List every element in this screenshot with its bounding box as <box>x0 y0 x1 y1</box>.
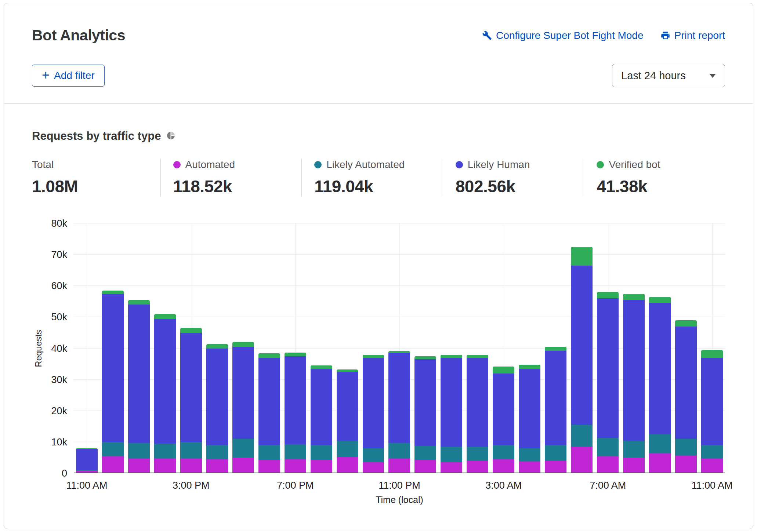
bar-segment-automated <box>180 458 202 473</box>
bar-segment-verified-bot <box>285 353 306 356</box>
bar-segment-verified-bot <box>701 350 723 358</box>
bar-segment-likely-human <box>519 369 540 448</box>
time-range-dropdown[interactable]: Last 24 hours <box>612 64 725 87</box>
bar-segment-likely-automated <box>649 434 671 453</box>
stacked-bar[interactable] <box>154 314 176 473</box>
bar-segment-automated <box>102 456 124 473</box>
bar-segment-likely-automated <box>441 447 462 463</box>
print-report-link[interactable]: Print report <box>660 30 725 41</box>
bar-segment-likely-automated <box>154 444 176 458</box>
stacked-bar[interactable] <box>102 291 124 473</box>
bar-segment-automated <box>414 460 436 473</box>
y-tick-label: 20k <box>51 405 67 416</box>
bar-segment-automated <box>311 460 332 473</box>
bar-segment-likely-human <box>128 305 150 442</box>
stacked-bar[interactable] <box>597 292 619 473</box>
stacked-bar[interactable] <box>649 297 671 473</box>
stacked-bar[interactable] <box>467 355 488 473</box>
bar-segment-likely-human <box>102 294 124 442</box>
stacked-bar[interactable] <box>571 247 593 473</box>
stat-label: Likely Human <box>468 159 530 171</box>
bar-segment-likely-automated <box>414 446 436 460</box>
stat-likely-human[interactable]: Likely Human802.56k <box>443 159 584 196</box>
wrench-icon <box>482 30 492 40</box>
stat-label: Automated <box>185 159 235 171</box>
y-axis-ticks: 010k20k30k40k50k60k70k80k <box>45 223 74 473</box>
bar-segment-verified-bot <box>467 355 488 358</box>
stacked-bar[interactable] <box>493 367 514 473</box>
configure-super-bot-fight-mode-link[interactable]: Configure Super Bot Fight Mode <box>482 30 644 41</box>
bar-segment-automated <box>154 458 176 473</box>
bar-slot <box>178 223 204 473</box>
bar-segment-automated <box>649 453 671 473</box>
y-tick-label: 0 <box>62 468 67 479</box>
bar-segment-likely-human <box>545 351 566 445</box>
y-tick-label: 50k <box>51 311 67 323</box>
bar-segment-automated <box>388 458 410 473</box>
bar-segment-verified-bot <box>102 291 124 294</box>
section-title: Requests by traffic type <box>32 130 161 143</box>
bar-segment-verified-bot <box>232 342 254 347</box>
stacked-bar[interactable] <box>311 365 332 473</box>
stacked-bar[interactable] <box>232 342 254 473</box>
stat-likely-automated[interactable]: Likely Automated119.04k <box>301 159 443 196</box>
bar-segment-likely-human <box>363 358 384 448</box>
bar-slot <box>386 223 412 473</box>
stacked-bar[interactable] <box>258 353 280 473</box>
bar-segment-automated <box>493 459 514 473</box>
bar-segment-likely-human <box>337 372 358 440</box>
legend-dot <box>597 161 604 168</box>
bar-segment-likely-automated <box>519 448 540 462</box>
stacked-bar[interactable] <box>441 355 462 473</box>
bar-segment-likely-automated <box>467 447 488 461</box>
page-title: Bot Analytics <box>32 27 125 44</box>
configure-link-label: Configure Super Bot Fight Mode <box>496 30 644 41</box>
bar-segment-verified-bot <box>441 355 462 358</box>
header-divider <box>4 103 753 104</box>
bar-segment-likely-human <box>206 349 228 445</box>
stacked-bar[interactable] <box>675 320 697 473</box>
stacked-bar[interactable] <box>701 350 723 473</box>
stat-automated[interactable]: Automated118.52k <box>160 159 302 196</box>
bar-segment-likely-human <box>675 327 697 439</box>
bar-segment-automated <box>232 458 254 473</box>
bar-segment-verified-bot <box>545 347 566 351</box>
header-section: Bot Analytics Configure Super Bot Fight … <box>4 3 753 103</box>
y-tick-label: 30k <box>51 374 67 385</box>
add-filter-button[interactable]: + Add filter <box>32 65 105 87</box>
stat-value: 1.08M <box>32 176 155 196</box>
stacked-bar[interactable] <box>545 347 566 473</box>
bar-segment-likely-human <box>285 356 306 444</box>
stacked-bar[interactable] <box>76 448 98 473</box>
bar-slot <box>230 223 256 473</box>
bar-segment-likely-automated <box>337 441 358 457</box>
stacked-bar[interactable] <box>337 369 358 473</box>
stacked-bar[interactable] <box>519 365 540 473</box>
bar-segment-likely-automated <box>597 438 619 456</box>
bar-segment-likely-automated <box>232 439 254 458</box>
x-axis-title: Time (local) <box>74 495 725 505</box>
stacked-bar[interactable] <box>388 351 410 473</box>
stacked-bar[interactable] <box>414 356 436 473</box>
bar-segment-automated <box>206 459 228 473</box>
stat-value: 118.52k <box>173 176 296 196</box>
stacked-bar[interactable] <box>363 355 384 473</box>
stat-verified-bot[interactable]: Verified bot41.38k <box>584 159 725 196</box>
bar-slot <box>438 223 464 473</box>
header-links: Configure Super Bot Fight Mode Print rep… <box>482 30 725 41</box>
bar-slot <box>569 223 595 473</box>
requests-chart: Requests 010k20k30k40k50k60k70k80k 11:00… <box>32 223 725 505</box>
bar-segment-likely-automated <box>675 439 697 455</box>
stacked-bar[interactable] <box>285 353 306 473</box>
stacked-bar[interactable] <box>180 328 202 473</box>
legend-dot <box>314 161 322 168</box>
bar-slot <box>204 223 230 473</box>
x-tick-label: 11:00 AM <box>66 480 107 491</box>
bar-slot <box>360 223 386 473</box>
stacked-bar[interactable] <box>623 294 645 473</box>
stat-total[interactable]: Total1.08M <box>32 159 160 196</box>
stacked-bar[interactable] <box>128 300 150 473</box>
stacked-bar[interactable] <box>206 344 228 473</box>
bot-analytics-card: Bot Analytics Configure Super Bot Fight … <box>4 3 753 529</box>
y-tick-label: 10k <box>51 436 67 448</box>
